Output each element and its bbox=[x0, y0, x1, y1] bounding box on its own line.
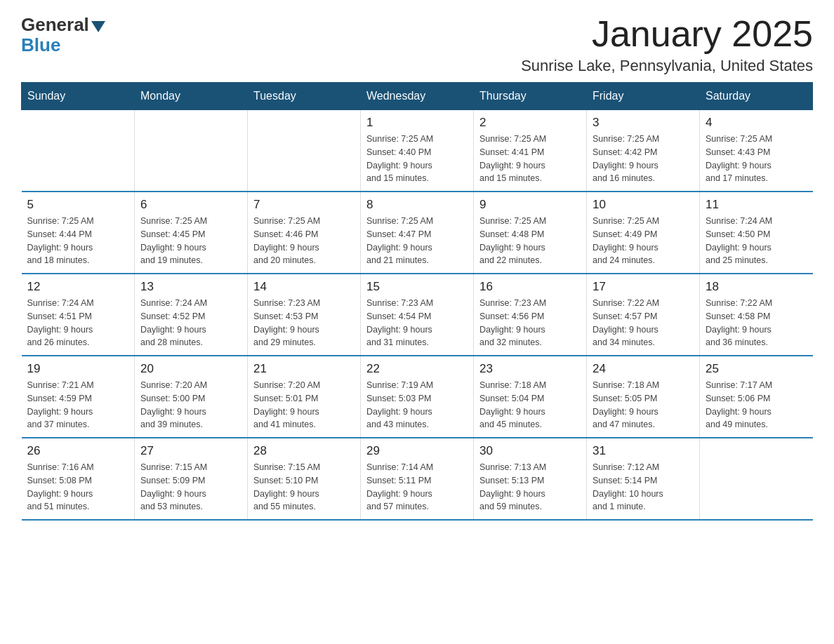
header-day-monday: Monday bbox=[135, 83, 248, 110]
day-info: Sunrise: 7:20 AM Sunset: 5:00 PM Dayligh… bbox=[140, 379, 241, 431]
day-info: Sunrise: 7:25 AM Sunset: 4:47 PM Dayligh… bbox=[366, 215, 468, 267]
calendar-cell bbox=[700, 438, 813, 520]
calendar-cell: 19Sunrise: 7:21 AM Sunset: 4:59 PM Dayli… bbox=[22, 356, 135, 438]
day-number: 20 bbox=[140, 362, 241, 376]
day-info: Sunrise: 7:19 AM Sunset: 5:03 PM Dayligh… bbox=[366, 379, 468, 431]
calendar-cell: 27Sunrise: 7:15 AM Sunset: 5:09 PM Dayli… bbox=[135, 438, 248, 520]
page-header: General Blue January 2025 Sunrise Lake, … bbox=[21, 14, 813, 75]
day-number: 7 bbox=[253, 198, 355, 212]
calendar-week-row: 5Sunrise: 7:25 AM Sunset: 4:44 PM Daylig… bbox=[22, 192, 813, 274]
day-number: 15 bbox=[366, 280, 468, 294]
day-number: 29 bbox=[366, 444, 468, 458]
day-number: 1 bbox=[366, 116, 468, 130]
day-info: Sunrise: 7:24 AM Sunset: 4:51 PM Dayligh… bbox=[27, 297, 129, 349]
calendar-cell: 28Sunrise: 7:15 AM Sunset: 5:10 PM Dayli… bbox=[248, 438, 361, 520]
calendar-cell: 30Sunrise: 7:13 AM Sunset: 5:13 PM Dayli… bbox=[474, 438, 587, 520]
day-number: 2 bbox=[479, 116, 581, 130]
location-title: Sunrise Lake, Pennsylvania, United State… bbox=[521, 57, 813, 75]
calendar-cell bbox=[248, 110, 361, 192]
day-info: Sunrise: 7:25 AM Sunset: 4:46 PM Dayligh… bbox=[253, 215, 355, 267]
calendar-cell: 24Sunrise: 7:18 AM Sunset: 5:05 PM Dayli… bbox=[587, 356, 700, 438]
day-number: 22 bbox=[366, 362, 468, 376]
calendar-cell: 17Sunrise: 7:22 AM Sunset: 4:57 PM Dayli… bbox=[587, 274, 700, 356]
day-number: 12 bbox=[27, 280, 129, 294]
day-info: Sunrise: 7:24 AM Sunset: 4:52 PM Dayligh… bbox=[140, 297, 241, 349]
calendar-week-row: 26Sunrise: 7:16 AM Sunset: 5:08 PM Dayli… bbox=[22, 438, 813, 520]
day-info: Sunrise: 7:25 AM Sunset: 4:44 PM Dayligh… bbox=[27, 215, 129, 267]
day-number: 4 bbox=[706, 116, 807, 130]
calendar-cell: 18Sunrise: 7:22 AM Sunset: 4:58 PM Dayli… bbox=[700, 274, 813, 356]
day-number: 18 bbox=[706, 280, 807, 294]
day-info: Sunrise: 7:12 AM Sunset: 5:14 PM Dayligh… bbox=[593, 461, 694, 514]
calendar-cell: 29Sunrise: 7:14 AM Sunset: 5:11 PM Dayli… bbox=[361, 438, 474, 520]
day-number: 16 bbox=[479, 280, 581, 294]
calendar-table: SundayMondayTuesdayWednesdayThursdayFrid… bbox=[21, 82, 813, 521]
day-info: Sunrise: 7:23 AM Sunset: 4:53 PM Dayligh… bbox=[253, 297, 355, 349]
day-info: Sunrise: 7:24 AM Sunset: 4:50 PM Dayligh… bbox=[706, 215, 807, 267]
day-number: 3 bbox=[593, 116, 694, 130]
day-number: 10 bbox=[593, 198, 694, 212]
day-info: Sunrise: 7:23 AM Sunset: 4:54 PM Dayligh… bbox=[366, 297, 468, 349]
day-info: Sunrise: 7:17 AM Sunset: 5:06 PM Dayligh… bbox=[706, 379, 807, 431]
calendar-cell: 22Sunrise: 7:19 AM Sunset: 5:03 PM Dayli… bbox=[361, 356, 474, 438]
header-day-sunday: Sunday bbox=[22, 83, 135, 110]
day-info: Sunrise: 7:20 AM Sunset: 5:01 PM Dayligh… bbox=[253, 379, 355, 431]
day-number: 21 bbox=[253, 362, 355, 376]
day-info: Sunrise: 7:23 AM Sunset: 4:56 PM Dayligh… bbox=[479, 297, 581, 349]
day-number: 31 bbox=[593, 444, 694, 458]
logo-blue: Blue bbox=[21, 34, 60, 56]
day-number: 17 bbox=[593, 280, 694, 294]
calendar-cell: 21Sunrise: 7:20 AM Sunset: 5:01 PM Dayli… bbox=[248, 356, 361, 438]
day-info: Sunrise: 7:22 AM Sunset: 4:58 PM Dayligh… bbox=[706, 297, 807, 349]
day-info: Sunrise: 7:25 AM Sunset: 4:41 PM Dayligh… bbox=[479, 133, 581, 185]
day-number: 23 bbox=[479, 362, 581, 376]
header-day-tuesday: Tuesday bbox=[248, 83, 361, 110]
day-info: Sunrise: 7:25 AM Sunset: 4:45 PM Dayligh… bbox=[140, 215, 241, 267]
logo: General Blue bbox=[21, 14, 105, 56]
day-info: Sunrise: 7:21 AM Sunset: 4:59 PM Dayligh… bbox=[27, 379, 129, 431]
calendar-cell: 25Sunrise: 7:17 AM Sunset: 5:06 PM Dayli… bbox=[700, 356, 813, 438]
day-number: 14 bbox=[253, 280, 355, 294]
day-info: Sunrise: 7:15 AM Sunset: 5:09 PM Dayligh… bbox=[140, 461, 241, 514]
header-day-friday: Friday bbox=[587, 83, 700, 110]
calendar-cell: 20Sunrise: 7:20 AM Sunset: 5:00 PM Dayli… bbox=[135, 356, 248, 438]
calendar-cell bbox=[22, 110, 135, 192]
header-day-wednesday: Wednesday bbox=[361, 83, 474, 110]
calendar-cell: 1Sunrise: 7:25 AM Sunset: 4:40 PM Daylig… bbox=[361, 110, 474, 192]
day-number: 26 bbox=[27, 444, 129, 458]
day-info: Sunrise: 7:25 AM Sunset: 4:42 PM Dayligh… bbox=[593, 133, 694, 185]
day-number: 5 bbox=[27, 198, 129, 212]
day-number: 28 bbox=[253, 444, 355, 458]
calendar-cell: 7Sunrise: 7:25 AM Sunset: 4:46 PM Daylig… bbox=[248, 192, 361, 274]
day-number: 11 bbox=[706, 198, 807, 212]
calendar-cell: 10Sunrise: 7:25 AM Sunset: 4:49 PM Dayli… bbox=[587, 192, 700, 274]
logo-general: General bbox=[21, 14, 105, 36]
day-info: Sunrise: 7:16 AM Sunset: 5:08 PM Dayligh… bbox=[27, 461, 129, 514]
day-number: 13 bbox=[140, 280, 241, 294]
day-number: 25 bbox=[706, 362, 807, 376]
header-day-saturday: Saturday bbox=[700, 83, 813, 110]
calendar-cell bbox=[135, 110, 248, 192]
calendar-cell: 9Sunrise: 7:25 AM Sunset: 4:48 PM Daylig… bbox=[474, 192, 587, 274]
header-day-thursday: Thursday bbox=[474, 83, 587, 110]
day-info: Sunrise: 7:15 AM Sunset: 5:10 PM Dayligh… bbox=[253, 461, 355, 514]
calendar-cell: 4Sunrise: 7:25 AM Sunset: 4:43 PM Daylig… bbox=[700, 110, 813, 192]
day-info: Sunrise: 7:13 AM Sunset: 5:13 PM Dayligh… bbox=[479, 461, 581, 514]
day-info: Sunrise: 7:25 AM Sunset: 4:43 PM Dayligh… bbox=[706, 133, 807, 185]
calendar-cell: 8Sunrise: 7:25 AM Sunset: 4:47 PM Daylig… bbox=[361, 192, 474, 274]
calendar-cell: 2Sunrise: 7:25 AM Sunset: 4:41 PM Daylig… bbox=[474, 110, 587, 192]
calendar-cell: 14Sunrise: 7:23 AM Sunset: 4:53 PM Dayli… bbox=[248, 274, 361, 356]
calendar-cell: 13Sunrise: 7:24 AM Sunset: 4:52 PM Dayli… bbox=[135, 274, 248, 356]
day-info: Sunrise: 7:25 AM Sunset: 4:49 PM Dayligh… bbox=[593, 215, 694, 267]
calendar-cell: 6Sunrise: 7:25 AM Sunset: 4:45 PM Daylig… bbox=[135, 192, 248, 274]
calendar-cell: 31Sunrise: 7:12 AM Sunset: 5:14 PM Dayli… bbox=[587, 438, 700, 520]
month-title: January 2025 bbox=[521, 14, 813, 54]
day-number: 27 bbox=[140, 444, 241, 458]
day-info: Sunrise: 7:22 AM Sunset: 4:57 PM Dayligh… bbox=[593, 297, 694, 349]
day-number: 19 bbox=[27, 362, 129, 376]
title-block: January 2025 Sunrise Lake, Pennsylvania,… bbox=[521, 14, 813, 75]
calendar-header-row: SundayMondayTuesdayWednesdayThursdayFrid… bbox=[22, 83, 813, 110]
day-number: 30 bbox=[479, 444, 581, 458]
day-info: Sunrise: 7:25 AM Sunset: 4:48 PM Dayligh… bbox=[479, 215, 581, 267]
day-number: 9 bbox=[479, 198, 581, 212]
